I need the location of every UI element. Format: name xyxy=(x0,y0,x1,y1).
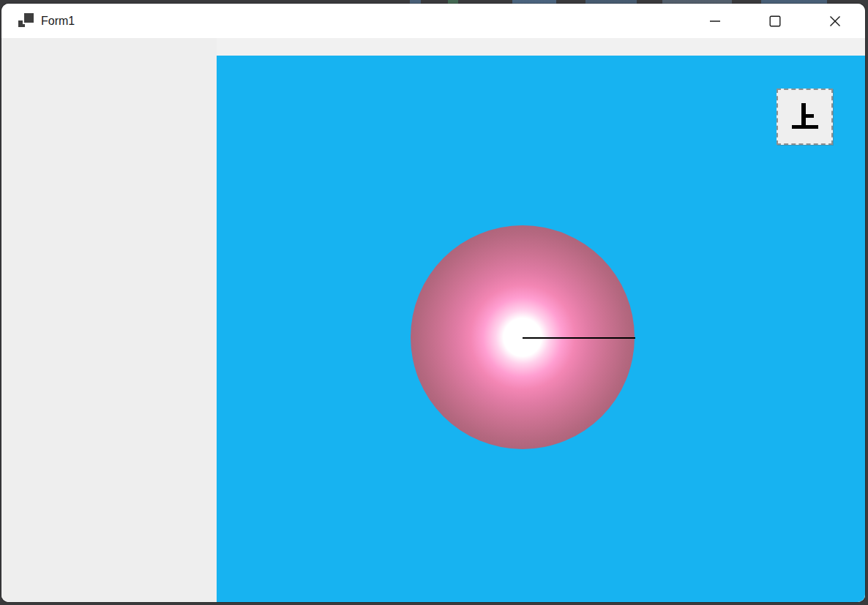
close-button[interactable] xyxy=(805,4,865,38)
window-title: Form1 xyxy=(41,15,75,28)
up-button-glyph-icon xyxy=(789,101,821,133)
radius-line xyxy=(523,337,635,339)
minimize-button[interactable] xyxy=(685,4,745,38)
render-canvas xyxy=(217,56,865,602)
title-bar[interactable]: Form1 xyxy=(1,4,865,38)
app-window: Form1 xyxy=(1,4,865,602)
app-icon-shape xyxy=(24,13,34,23)
minimize-icon xyxy=(709,15,721,27)
left-panel xyxy=(1,38,217,602)
close-icon xyxy=(829,15,841,27)
maximize-button[interactable] xyxy=(745,4,805,38)
maximize-icon xyxy=(769,15,781,27)
up-button[interactable] xyxy=(777,89,833,145)
form-client-area xyxy=(1,38,865,602)
app-icon[interactable] xyxy=(18,13,34,29)
